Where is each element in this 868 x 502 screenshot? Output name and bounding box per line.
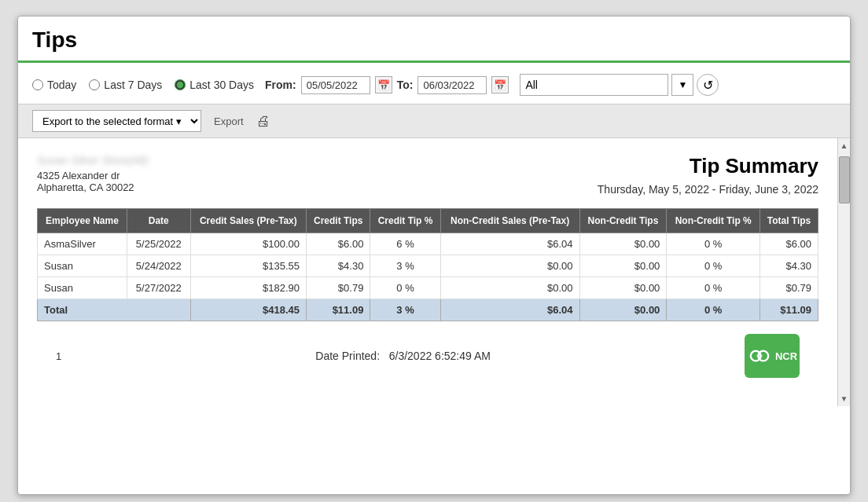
total-total-tips: $11.09 <box>760 299 818 321</box>
radio-today-input[interactable] <box>32 79 43 90</box>
report-title: Tip Summary <box>598 154 818 178</box>
cell-total-tips: $0.79 <box>760 277 818 299</box>
print-icon[interactable]: 🖨 <box>256 113 270 130</box>
cell-non-credit-sales: $0.00 <box>440 255 579 277</box>
table-row: Susan 5/27/2022 $182.90 $0.79 0 % $0.00 … <box>38 277 818 299</box>
toolbar-row: Today Last 7 Days Last 30 Days From: 📅 T… <box>18 63 850 104</box>
cell-non-credit-tips: $0.00 <box>579 277 667 299</box>
date-range-inputs: From: 📅 To: 📅 <box>265 76 509 94</box>
radio-last30-input[interactable] <box>175 79 186 90</box>
col-credit-sales: Credit Sales (Pre-Tax) <box>190 209 306 233</box>
from-calendar-icon[interactable]: 📅 <box>375 76 392 93</box>
ncr-text: NCR <box>775 350 797 362</box>
from-label: From: <box>265 79 296 91</box>
cell-credit-tips: $6.00 <box>307 233 370 255</box>
total-non-credit-sales: $6.04 <box>440 299 579 321</box>
scroll-thumb[interactable] <box>839 156 850 203</box>
cell-non-credit-sales: $6.04 <box>440 233 579 255</box>
cell-non-credit-tip-pct: 0 % <box>667 233 760 255</box>
cell-credit-tip-pct: 0 % <box>370 277 440 299</box>
store-info: Susan Silver Store(Alt) 4325 Alexander d… <box>37 154 149 193</box>
col-credit-tips: Credit Tips <box>307 209 370 233</box>
radio-last7-label: Last 7 Days <box>104 79 162 91</box>
col-non-credit-tips: Non-Credit Tips <box>579 209 667 233</box>
from-date-input[interactable] <box>301 76 370 94</box>
report-footer: 1 Date Printed: 6/3/2022 6:52:49 AM NCR <box>37 321 818 390</box>
cell-credit-tip-pct: 6 % <box>370 233 440 255</box>
table-row: Susan 5/24/2022 $135.55 $4.30 3 % $0.00 … <box>38 255 818 277</box>
chevron-down-icon: ▼ <box>678 79 687 90</box>
to-date-input[interactable] <box>417 76 487 94</box>
radio-today[interactable]: Today <box>32 79 76 91</box>
total-credit-tips: $11.09 <box>307 299 370 321</box>
ncr-logo: NCR <box>745 334 800 378</box>
refresh-icon: ↺ <box>703 78 713 93</box>
cell-employee: Susan <box>38 255 127 277</box>
total-non-credit-tip-pct: 0 % <box>667 299 760 321</box>
col-credit-tip-pct: Credit Tip % <box>370 209 440 233</box>
export-format-select[interactable]: Export to the selected format ▾ <box>32 110 201 132</box>
report-header: Susan Silver Store(Alt) 4325 Alexander d… <box>37 154 818 196</box>
cell-credit-tip-pct: 3 % <box>370 255 440 277</box>
scroll-down-arrow[interactable]: ▼ <box>840 391 848 406</box>
table-row: AsmaSilver 5/25/2022 $100.00 $6.00 6 % $… <box>38 233 818 255</box>
cell-total-tips: $4.30 <box>760 255 818 277</box>
date-printed: Date Printed: 6/3/2022 6:52:49 AM <box>61 350 745 362</box>
cell-credit-sales: $135.55 <box>190 255 306 277</box>
address-line1: 4325 Alexander dr <box>37 170 149 181</box>
total-credit-tip-pct: 3 % <box>370 299 440 321</box>
store-name: Susan Silver Store(Alt) <box>37 154 149 167</box>
col-employee: Employee Name <box>38 209 127 233</box>
col-non-credit-tip-pct: Non-Credit Tip % <box>667 209 760 233</box>
filter-dropdown-btn[interactable]: ▼ <box>671 74 693 96</box>
content-area: Susan Silver Store(Alt) 4325 Alexander d… <box>18 138 850 406</box>
cell-total-tips: $6.00 <box>760 233 818 255</box>
cell-date: 5/27/2022 <box>127 277 190 299</box>
to-label: To: <box>397 79 414 91</box>
scroll-up-arrow[interactable]: ▲ <box>840 138 848 153</box>
report-area: Susan Silver Store(Alt) 4325 Alexander d… <box>18 138 837 406</box>
radio-last7-input[interactable] <box>89 79 100 90</box>
cell-non-credit-tip-pct: 0 % <box>667 255 760 277</box>
cell-non-credit-tips: $0.00 <box>579 255 667 277</box>
col-date: Date <box>127 209 190 233</box>
filter-wrapper: ▼ ↺ <box>520 74 719 96</box>
report-title-block: Tip Summary Thursday, May 5, 2022 - Frid… <box>598 154 818 196</box>
export-button[interactable]: Export <box>209 112 248 130</box>
cell-employee: Susan <box>38 277 127 299</box>
date-printed-value: 6/3/2022 6:52:49 AM <box>389 350 491 362</box>
date-printed-label: Date Printed: <box>315 350 380 362</box>
cell-date: 5/25/2022 <box>127 233 190 255</box>
page-header: Tips <box>18 16 850 63</box>
filter-input[interactable] <box>520 74 668 96</box>
cell-date: 5/24/2022 <box>127 255 190 277</box>
ncr-logo-svg <box>747 346 772 365</box>
col-non-credit-sales: Non-Credit Sales (Pre-Tax) <box>440 209 579 233</box>
radio-last30-label: Last 30 Days <box>189 79 254 91</box>
to-calendar-icon[interactable]: 📅 <box>491 76 509 93</box>
total-non-credit-tips: $0.00 <box>579 299 667 321</box>
radio-today-label: Today <box>47 79 76 91</box>
cell-employee: AsmaSilver <box>38 233 127 255</box>
scrollbar[interactable]: ▲ ▼ <box>837 138 850 406</box>
page-title: Tips <box>32 27 836 60</box>
col-total-tips: Total Tips <box>760 209 818 233</box>
refresh-btn[interactable]: ↺ <box>697 74 719 96</box>
cell-credit-tips: $4.30 <box>307 255 370 277</box>
radio-last7[interactable]: Last 7 Days <box>89 79 162 91</box>
page-number: 1 <box>56 350 61 362</box>
table-header-row: Employee Name Date Credit Sales (Pre-Tax… <box>38 209 818 233</box>
main-window: Tips Today Last 7 Days Last 30 Days From… <box>17 16 851 495</box>
cell-non-credit-tips: $0.00 <box>579 233 667 255</box>
address-line2: Alpharetta, CA 30022 <box>37 181 149 193</box>
cell-non-credit-tip-pct: 0 % <box>667 277 760 299</box>
report-date-range: Thursday, May 5, 2022 - Friday, June 3, … <box>598 183 818 196</box>
cell-credit-sales: $182.90 <box>190 277 306 299</box>
radio-last30[interactable]: Last 30 Days <box>175 79 254 91</box>
cell-credit-sales: $100.00 <box>190 233 306 255</box>
date-range-radio-group: Today Last 7 Days Last 30 Days <box>32 79 254 91</box>
total-credit-sales: $418.45 <box>190 299 306 321</box>
cell-credit-tips: $0.79 <box>307 277 370 299</box>
total-label: Total <box>38 299 191 321</box>
export-bar: Export to the selected format ▾ Export 🖨 <box>18 104 850 138</box>
